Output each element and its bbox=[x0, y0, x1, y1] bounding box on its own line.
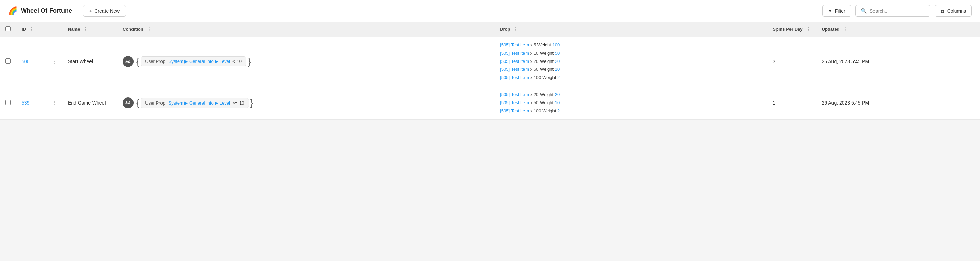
row-id-link[interactable]: 506 bbox=[22, 59, 29, 64]
drop-item: [505] Test Item x 10 Weight 50 bbox=[500, 50, 762, 57]
drop-item: [505] Test Item x 50 Weight 10 bbox=[500, 66, 762, 73]
table-row: 506⋮Start Wheel&&{User Prop:System ▶ Gen… bbox=[0, 37, 980, 86]
drop-item: [505] Test Item x 100 Weight 2 bbox=[500, 74, 762, 81]
columns-label: Columns bbox=[947, 8, 966, 14]
columns-button[interactable]: ▦ Columns bbox=[935, 5, 972, 17]
row-name: End Game Wheel bbox=[62, 86, 117, 119]
condition-comparator: >= bbox=[232, 100, 237, 105]
id-col-menu-icon[interactable]: ⋮ bbox=[29, 26, 34, 32]
row-checkbox-cell bbox=[0, 86, 16, 119]
drop-item-multiplier: x 20 bbox=[529, 92, 540, 97]
search-input[interactable] bbox=[870, 8, 925, 14]
row-condition: &&{User Prop:System ▶ General Info ▶ Lev… bbox=[117, 37, 495, 86]
create-new-button[interactable]: + Create New bbox=[83, 5, 126, 17]
drop-weight-label: Weight bbox=[540, 59, 555, 64]
drop-weight-value: 2 bbox=[557, 75, 560, 80]
row-checkbox[interactable] bbox=[5, 100, 11, 105]
drop-item-ref[interactable]: [505] Test Item bbox=[500, 108, 529, 113]
drop-item-multiplier: x 20 bbox=[529, 59, 540, 64]
condition-rule: User Prop:System ▶ General Info ▶ Level>… bbox=[141, 98, 248, 108]
drop-item-multiplier: x 100 bbox=[529, 108, 542, 113]
columns-icon: ▦ bbox=[940, 8, 945, 14]
row-updated: 26 Aug, 2023 5:45 PM bbox=[816, 86, 980, 119]
and-operator-badge: && bbox=[123, 56, 134, 67]
bracket-open-icon: { bbox=[136, 57, 139, 66]
row-id: 506 bbox=[16, 37, 47, 86]
drop-item-multiplier: x 10 bbox=[529, 51, 540, 56]
row-spins-per-day: 1 bbox=[767, 86, 816, 119]
row-drop: [505] Test Item x 20 Weight 20[505] Test… bbox=[495, 86, 767, 119]
header-spins: Spins Per Day ⋮ bbox=[767, 22, 816, 37]
condition-prop-label: User Prop: bbox=[145, 100, 166, 105]
row-checkbox-cell bbox=[0, 37, 16, 86]
create-new-label: Create New bbox=[94, 8, 119, 14]
condition-comparator: < bbox=[232, 59, 235, 64]
drop-weight-label: Weight bbox=[540, 100, 555, 105]
row-menu-dots[interactable]: ⋮ bbox=[47, 86, 62, 119]
condition-path[interactable]: System ▶ General Info ▶ Level bbox=[169, 59, 230, 64]
drop-item-ref[interactable]: [505] Test Item bbox=[500, 42, 529, 48]
condition-rule: User Prop:System ▶ General Info ▶ Level<… bbox=[141, 56, 246, 66]
drop-weight-value: 2 bbox=[557, 108, 560, 113]
bracket-open-icon: { bbox=[136, 98, 139, 108]
drop-item-ref[interactable]: [505] Test Item bbox=[500, 100, 529, 105]
drop-item-ref[interactable]: [505] Test Item bbox=[500, 75, 529, 80]
header-id: ID ⋮ bbox=[16, 22, 47, 37]
bracket-close-icon: } bbox=[250, 98, 253, 108]
row-id-link[interactable]: 539 bbox=[22, 100, 29, 105]
header-dots bbox=[47, 22, 62, 37]
header-updated: Updated ⋮ bbox=[816, 22, 980, 37]
drop-weight-value: 10 bbox=[555, 100, 560, 105]
row-menu-dots[interactable]: ⋮ bbox=[47, 37, 62, 86]
select-all-checkbox[interactable] bbox=[5, 26, 11, 32]
row-checkbox[interactable] bbox=[5, 59, 11, 64]
condition-prop-label: User Prop: bbox=[145, 59, 166, 64]
condition-col-menu-icon[interactable]: ⋮ bbox=[146, 26, 152, 32]
drop-weight-label: Weight bbox=[538, 42, 552, 48]
app-header: 🌈 Wheel Of Fortune + Create New ▼ Filter… bbox=[0, 0, 980, 22]
table-row: 539⋮End Game Wheel&&{User Prop:System ▶ … bbox=[0, 86, 980, 119]
drop-weight-label: Weight bbox=[542, 108, 557, 113]
search-icon: 🔍 bbox=[861, 8, 867, 14]
row-drop: [505] Test Item x 5 Weight 100[505] Test… bbox=[495, 37, 767, 86]
drop-weight-value: 100 bbox=[552, 42, 560, 48]
name-col-menu-icon[interactable]: ⋮ bbox=[83, 26, 88, 32]
drop-col-menu-icon[interactable]: ⋮ bbox=[513, 26, 518, 32]
condition-value: 10 bbox=[239, 100, 244, 105]
drop-item-ref[interactable]: [505] Test Item bbox=[500, 51, 529, 56]
filter-label: Filter bbox=[835, 8, 845, 14]
filter-button[interactable]: ▼ Filter bbox=[822, 5, 851, 17]
drop-item-ref[interactable]: [505] Test Item bbox=[500, 59, 529, 64]
drop-item: [505] Test Item x 5 Weight 100 bbox=[500, 42, 762, 49]
drop-item-multiplier: x 100 bbox=[529, 75, 542, 80]
row-condition: &&{User Prop:System ▶ General Info ▶ Lev… bbox=[117, 86, 495, 119]
row-spins-per-day: 3 bbox=[767, 37, 816, 86]
plus-icon: + bbox=[89, 8, 92, 14]
drop-item-ref[interactable]: [505] Test Item bbox=[500, 67, 529, 72]
drop-item: [505] Test Item x 100 Weight 2 bbox=[500, 108, 762, 115]
header-condition: Condition ⋮ bbox=[117, 22, 495, 37]
header-drop: Drop ⋮ bbox=[495, 22, 767, 37]
drop-item-multiplier: x 50 bbox=[529, 100, 540, 105]
bracket-close-icon: } bbox=[248, 57, 251, 66]
row-updated: 26 Aug, 2023 5:45 PM bbox=[816, 37, 980, 86]
drop-items-list: [505] Test Item x 5 Weight 100[505] Test… bbox=[500, 42, 762, 81]
search-box[interactable]: 🔍 bbox=[855, 5, 931, 17]
header-checkbox-col bbox=[0, 22, 16, 37]
row-name: Start Wheel bbox=[62, 37, 117, 86]
drop-items-list: [505] Test Item x 20 Weight 20[505] Test… bbox=[500, 91, 762, 115]
drop-item: [505] Test Item x 20 Weight 20 bbox=[500, 58, 762, 65]
drop-weight-label: Weight bbox=[542, 75, 557, 80]
condition-path[interactable]: System ▶ General Info ▶ Level bbox=[169, 100, 230, 105]
updated-col-menu-icon[interactable]: ⋮ bbox=[842, 26, 848, 32]
spins-col-menu-icon[interactable]: ⋮ bbox=[805, 26, 811, 32]
drop-item-ref[interactable]: [505] Test Item bbox=[500, 92, 529, 97]
filter-icon: ▼ bbox=[828, 8, 832, 13]
header-name: Name ⋮ bbox=[62, 22, 117, 37]
drop-item: [505] Test Item x 50 Weight 10 bbox=[500, 99, 762, 107]
drop-weight-value: 20 bbox=[555, 92, 560, 97]
header-right-controls: ▼ Filter 🔍 ▦ Columns bbox=[822, 5, 972, 17]
drop-item-multiplier: x 50 bbox=[529, 67, 540, 72]
table-header-row: ID ⋮ Name ⋮ Condition ⋮ bbox=[0, 22, 980, 37]
app-logo: 🌈 Wheel Of Fortune bbox=[8, 6, 72, 15]
